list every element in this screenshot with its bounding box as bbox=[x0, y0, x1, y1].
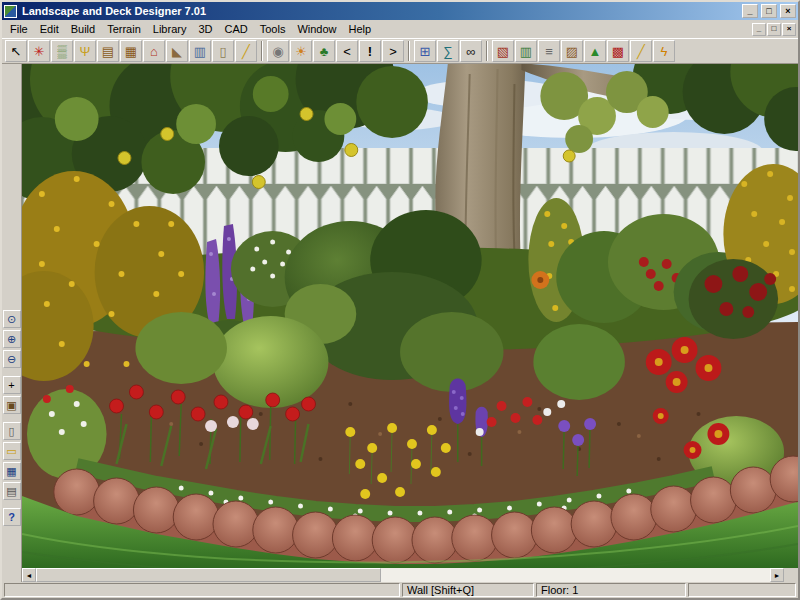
scrollbar-corner bbox=[784, 568, 798, 582]
previous-view-icon[interactable]: < bbox=[336, 40, 358, 62]
menu-library[interactable]: Library bbox=[147, 22, 193, 36]
menu-terrain[interactable]: Terrain bbox=[101, 22, 147, 36]
scrollbar-spacer bbox=[2, 568, 22, 582]
minimize-button[interactable]: _ bbox=[742, 4, 758, 18]
terrain-tool-icon[interactable]: ▲ bbox=[584, 40, 606, 62]
toolbar-separator bbox=[261, 41, 263, 61]
menu-window[interactable]: Window bbox=[291, 22, 342, 36]
menu-build[interactable]: Build bbox=[65, 22, 101, 36]
menu-cad[interactable]: CAD bbox=[218, 22, 253, 36]
menu-tools[interactable]: Tools bbox=[254, 22, 292, 36]
house-icon[interactable]: ⌂ bbox=[143, 40, 165, 62]
save-plan-icon[interactable]: ▦ bbox=[3, 462, 21, 480]
mdi-restore-button[interactable]: □ bbox=[767, 23, 781, 36]
side-toolbar: ⊙ ⊕ ⊖ + ▣ ▯ ▭ ▦ ▤ ? bbox=[2, 64, 22, 568]
select-pointer-icon[interactable]: ↖ bbox=[5, 40, 27, 62]
find-plant-icon[interactable]: ∞ bbox=[460, 40, 482, 62]
print-plan-icon[interactable]: ▤ bbox=[3, 482, 21, 500]
fence-tool-icon[interactable]: ▥ bbox=[515, 40, 537, 62]
decking-tool-icon[interactable]: ▨ bbox=[561, 40, 583, 62]
status-floor: Floor: 1 bbox=[536, 583, 686, 597]
pan-icon[interactable]: + bbox=[3, 376, 21, 394]
scroll-left-arrow[interactable]: ◄ bbox=[22, 568, 36, 582]
camera-view-icon[interactable]: ◉ bbox=[267, 40, 289, 62]
maximize-button[interactable]: □ bbox=[761, 4, 777, 18]
menubar: File Edit Build Terrain Library 3D CAD T… bbox=[2, 20, 798, 38]
brick-wall-icon[interactable]: ▧ bbox=[492, 40, 514, 62]
application-window: Landscape and Deck Designer 7.01 _ □ × F… bbox=[0, 0, 800, 600]
door-icon[interactable]: ▯ bbox=[212, 40, 234, 62]
menu-file[interactable]: File bbox=[4, 22, 34, 36]
toolbar-separator bbox=[408, 41, 410, 61]
main-toolbar: ↖ ✳ ▒ Ψ ▤ ▦ ⌂ ◣ ▥ ▯ ╱ ◉ ☀ ♣ < ! > ⊞ ∑ ∞ … bbox=[2, 38, 798, 64]
menu-3d[interactable]: 3D bbox=[192, 22, 218, 36]
scrollbar-thumb[interactable] bbox=[36, 568, 381, 582]
perspective-grid-icon[interactable]: ⊞ bbox=[414, 40, 436, 62]
furniture-icon[interactable]: ▥ bbox=[189, 40, 211, 62]
content-area: ⊙ ⊕ ⊖ + ▣ ▯ ▭ ▦ ▤ ? bbox=[2, 64, 798, 568]
horizontal-scrollbar: ◄ ► bbox=[2, 568, 798, 582]
mdi-minimize-button[interactable]: _ bbox=[752, 23, 766, 36]
mdi-close-button[interactable]: × bbox=[782, 23, 796, 36]
app-icon bbox=[4, 5, 17, 18]
walkthrough-icon[interactable]: ▣ bbox=[3, 396, 21, 414]
status-end-panel bbox=[688, 583, 796, 597]
3d-view-canvas[interactable] bbox=[22, 64, 798, 568]
menu-help[interactable]: Help bbox=[343, 22, 378, 36]
scrollbar-track[interactable] bbox=[36, 568, 770, 582]
statusbar: Wall [Shift+Q] Floor: 1 bbox=[2, 582, 798, 598]
tree-view-icon[interactable]: ♣ bbox=[313, 40, 335, 62]
titlebar: Landscape and Deck Designer 7.01 _ □ × bbox=[2, 2, 798, 20]
scroll-right-arrow[interactable]: ► bbox=[770, 568, 784, 582]
help-icon[interactable]: ? bbox=[3, 508, 21, 526]
cabinet-icon[interactable]: ▦ bbox=[120, 40, 142, 62]
toolbar-separator bbox=[486, 41, 488, 61]
window-title: Landscape and Deck Designer 7.01 bbox=[20, 5, 739, 17]
stairs-tool-icon[interactable]: ≡ bbox=[538, 40, 560, 62]
plant-flower-icon[interactable]: ✳ bbox=[28, 40, 50, 62]
status-tool-hint: Wall [Shift+Q] bbox=[402, 583, 534, 597]
open-plan-icon[interactable]: ▭ bbox=[3, 442, 21, 460]
material-painter-icon[interactable]: ▩ bbox=[607, 40, 629, 62]
zoom-in-icon[interactable]: ⊕ bbox=[3, 330, 21, 348]
next-view-icon[interactable]: > bbox=[382, 40, 404, 62]
ramp-tool-icon[interactable]: ╱ bbox=[630, 40, 652, 62]
garden-scene bbox=[22, 64, 798, 568]
plant-library-icon[interactable]: ▤ bbox=[97, 40, 119, 62]
electrical-tool-icon[interactable]: ϟ bbox=[653, 40, 675, 62]
dimension-ruler-icon[interactable]: ╱ bbox=[235, 40, 257, 62]
status-message bbox=[4, 583, 400, 597]
close-button[interactable]: × bbox=[780, 4, 796, 18]
sun-angle-icon[interactable]: ☀ bbox=[290, 40, 312, 62]
deck-icon[interactable]: ◣ bbox=[166, 40, 188, 62]
rebuild-3d-icon[interactable]: ! bbox=[359, 40, 381, 62]
garden-bed-icon[interactable]: ▒ bbox=[51, 40, 73, 62]
sprinkler-icon[interactable]: Ψ bbox=[74, 40, 96, 62]
calculate-materials-icon[interactable]: ∑ bbox=[437, 40, 459, 62]
zoom-out-icon[interactable]: ⊖ bbox=[3, 350, 21, 368]
menu-edit[interactable]: Edit bbox=[34, 22, 65, 36]
zoom-icon[interactable]: ⊙ bbox=[3, 310, 21, 328]
new-plan-icon[interactable]: ▯ bbox=[3, 422, 21, 440]
